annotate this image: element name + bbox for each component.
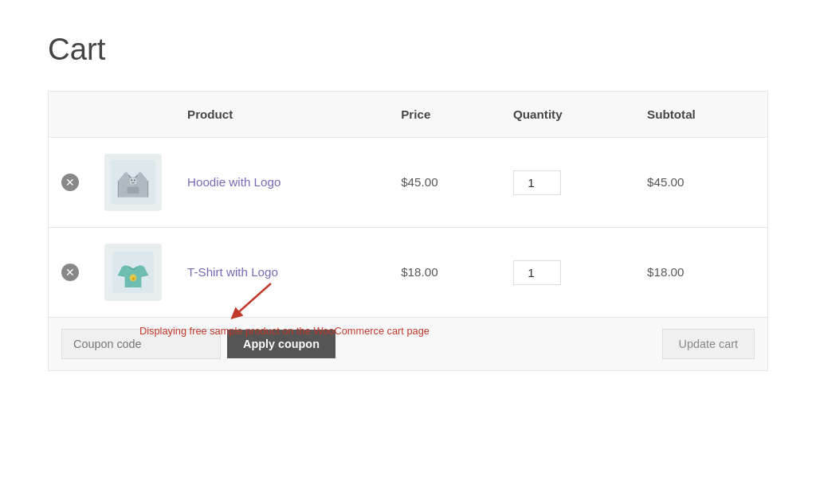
col-header-remove	[49, 92, 92, 138]
col-header-price: Price	[388, 92, 500, 138]
annotation-text: Displaying free sample product on the Wo…	[139, 325, 430, 337]
subtotal-cell: $45.00	[634, 138, 767, 228]
quantity-input-tshirt[interactable]	[513, 260, 561, 285]
remove-cell: ✕	[49, 138, 92, 228]
price-cell: $45.00	[388, 138, 500, 228]
col-header-subtotal: Subtotal	[634, 92, 767, 138]
cart-table: Product Price Quantity Subtotal ✕	[48, 91, 768, 318]
page-title: Cart	[48, 32, 768, 67]
remove-button[interactable]: ✕	[61, 174, 79, 191]
quantity-input-hoodie[interactable]	[513, 170, 561, 195]
product-image-tshirt: ★	[104, 244, 162, 301]
remove-button[interactable]: ✕	[61, 264, 79, 281]
image-cell	[92, 138, 175, 228]
price-cell: $18.00	[388, 228, 500, 318]
product-link-tshirt[interactable]: T-Shirt with Logo	[187, 265, 278, 279]
col-header-product: Product	[175, 92, 388, 138]
col-header-image	[92, 92, 175, 138]
svg-point-6	[134, 179, 135, 181]
product-image-hoodie	[104, 154, 162, 211]
table-row: ✕	[49, 138, 768, 228]
product-name-cell: T-Shirt with Logo Displaying free sample…	[175, 228, 388, 318]
subtotal-hoodie: $45.00	[647, 175, 684, 189]
quantity-cell	[500, 138, 634, 228]
remove-cell: ✕	[49, 228, 92, 318]
annotation-container: T-Shirt with Logo Displaying free sample…	[187, 265, 278, 279]
table-row: ✕ ★	[49, 228, 768, 318]
subtotal-cell: $18.00	[634, 228, 767, 318]
hoodie-icon	[111, 160, 155, 205]
subtotal-tshirt: $18.00	[647, 265, 684, 279]
svg-line-13	[235, 283, 271, 315]
update-cart-button[interactable]: Update cart	[662, 329, 755, 359]
image-cell: ★	[92, 228, 175, 318]
product-name-cell: Hoodie with Logo	[175, 138, 388, 228]
annotation-arrow	[227, 279, 275, 327]
svg-point-5	[131, 179, 132, 181]
quantity-cell	[500, 228, 634, 318]
col-header-quantity: Quantity	[500, 92, 634, 138]
tshirt-icon: ★	[112, 252, 154, 293]
price-tshirt: $18.00	[401, 265, 437, 279]
svg-rect-1	[128, 187, 139, 193]
price-hoodie: $45.00	[401, 175, 437, 189]
product-link-hoodie[interactable]: Hoodie with Logo	[187, 175, 280, 189]
